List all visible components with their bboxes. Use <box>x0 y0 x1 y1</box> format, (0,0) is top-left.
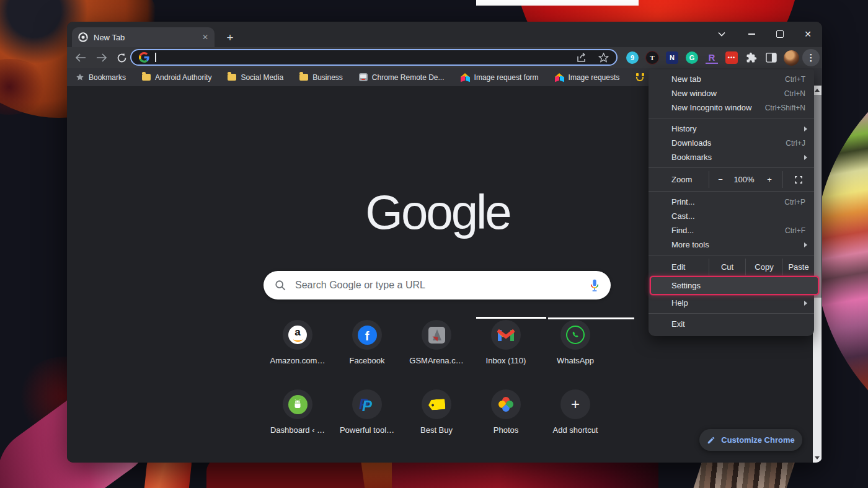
extensions-puzzle-icon[interactable] <box>742 47 761 68</box>
customize-chrome-button[interactable]: Customize Chrome <box>699 429 802 451</box>
extension-9[interactable]: 9 <box>622 47 642 68</box>
submenu-arrow-icon <box>804 301 807 306</box>
top-white-bar <box>476 0 639 6</box>
plus-icon: + <box>571 396 580 413</box>
browser-window: New Tab ✕ + ✕ <box>67 22 822 463</box>
maximize-button[interactable] <box>766 22 794 47</box>
shortcut-paypal[interactable]: PP Powerful tool… <box>332 389 402 435</box>
extension-lastpass[interactable]: ••• <box>722 47 742 68</box>
cut-button[interactable]: Cut <box>709 262 745 272</box>
zoom-label: Zoom <box>649 175 709 184</box>
folder-icon <box>228 74 236 81</box>
gmail-icon <box>497 328 515 342</box>
extension-t[interactable]: T <box>642 47 662 68</box>
minimize-button[interactable] <box>738 22 765 47</box>
side-panel-icon[interactable] <box>761 47 781 68</box>
tab-title: New Tab <box>94 33 202 42</box>
search-bar[interactable] <box>264 271 611 299</box>
shortcut-facebook[interactable]: f Facebook <box>332 320 402 365</box>
shortcut-add[interactable]: + Add shortcut <box>541 389 610 435</box>
wallpaper-iridescent-disc <box>815 34 868 468</box>
zoom-in-button[interactable]: + <box>756 175 782 184</box>
tab-close-icon[interactable]: ✕ <box>202 33 208 42</box>
paypal-icon: PP <box>359 396 375 413</box>
profile-avatar[interactable] <box>781 47 801 68</box>
new-tab-button[interactable]: + <box>222 30 238 46</box>
menu-item-new-tab[interactable]: New tabCtrl+T <box>649 72 814 86</box>
shortcut-bestbuy[interactable]: Best Buy <box>402 389 471 435</box>
menu-item-new-incognito-window[interactable]: New Incognito windowCtrl+Shift+N <box>649 100 814 115</box>
scrollbar[interactable] <box>813 86 822 463</box>
close-button[interactable]: ✕ <box>794 22 822 47</box>
avatar <box>784 50 799 66</box>
star-icon <box>76 73 84 81</box>
menu-item-bookmarks[interactable]: Bookmarks <box>649 150 814 164</box>
menu-edit-row: Edit Cut Copy Paste <box>649 259 814 275</box>
menu-separator <box>649 167 814 168</box>
three-dot-menu-icon: ⋮ <box>802 49 820 66</box>
menu-item-help[interactable]: Help <box>649 296 814 310</box>
shortcut-amazon[interactable]: a Amazon.com… <box>263 320 332 365</box>
shortcut-photos[interactable]: Photos <box>471 389 541 435</box>
airtable-icon <box>461 73 470 81</box>
shortcut-inbox[interactable]: Inbox (110) <box>471 320 541 365</box>
menu-item-find[interactable]: Find...Ctrl+F <box>649 223 814 237</box>
share-icon[interactable] <box>577 53 587 63</box>
drag-indicator-line <box>548 317 634 319</box>
remote-desktop-icon <box>359 73 368 81</box>
browser-menu-button[interactable]: ⋮ <box>801 47 821 68</box>
whatsapp-icon <box>566 326 585 344</box>
search-icon <box>275 280 286 291</box>
folder-icon <box>142 74 151 81</box>
back-button[interactable] <box>71 47 91 68</box>
bookmark-folder-android-authority[interactable]: Android Authority <box>142 73 211 82</box>
menu-separator <box>649 191 814 192</box>
scroll-up-arrow[interactable] <box>813 86 822 95</box>
voice-search-icon[interactable] <box>590 278 600 292</box>
menu-zoom-row: Zoom − 100% + <box>649 171 814 188</box>
menu-item-exit[interactable]: Exit <box>649 317 814 331</box>
forward-button[interactable] <box>92 47 112 68</box>
reload-button[interactable] <box>112 47 131 68</box>
bookmark-star-icon[interactable] <box>598 53 609 63</box>
fullscreen-button[interactable] <box>783 176 814 184</box>
tab-search-chevron-icon[interactable] <box>709 22 734 47</box>
facebook-icon: f <box>358 326 377 345</box>
desktop: New Tab ✕ + ✕ <box>0 0 868 488</box>
scroll-down-arrow[interactable] <box>813 453 822 463</box>
tab-new-tab[interactable]: New Tab ✕ <box>72 27 215 47</box>
nicehash-icon <box>636 73 645 81</box>
scrollbar-thumb[interactable] <box>813 298 822 455</box>
bookmark-image-request-form[interactable]: Image request form <box>461 73 539 82</box>
gsmarena-icon <box>428 327 445 344</box>
menu-item-print[interactable]: Print...Ctrl+P <box>649 195 814 209</box>
shortcut-gsmarena[interactable]: GSMArena.c… <box>402 320 471 365</box>
menu-item-downloads[interactable]: DownloadsCtrl+J <box>649 136 814 150</box>
menu-item-new-window[interactable]: New windowCtrl+N <box>649 86 814 100</box>
submenu-arrow-icon <box>804 242 807 247</box>
menu-item-history[interactable]: History <box>649 122 814 136</box>
bookmark-chrome-remote[interactable]: Chrome Remote De... <box>359 73 445 82</box>
bookmark-folder-social-media[interactable]: Social Media <box>228 73 283 82</box>
google-photos-icon <box>498 397 513 412</box>
airtable-icon <box>555 73 564 81</box>
menu-item-more-tools[interactable]: More tools <box>649 237 814 252</box>
bookmark-folder-business[interactable]: Business <box>299 73 343 82</box>
address-bar[interactable] <box>130 49 618 66</box>
bookmark-image-requests[interactable]: Image requests <box>555 73 620 82</box>
menu-separator <box>649 313 814 314</box>
extension-grammarly[interactable]: G <box>682 47 702 68</box>
menu-item-settings[interactable]: Settings <box>649 277 814 295</box>
extension-n[interactable]: N <box>662 47 682 68</box>
copy-button[interactable]: Copy <box>746 262 782 272</box>
search-input[interactable] <box>294 279 590 291</box>
minimize-icon <box>748 33 755 35</box>
zoom-out-button[interactable]: − <box>709 175 732 184</box>
paste-button[interactable]: Paste <box>783 262 814 272</box>
shortcut-whatsapp[interactable]: WhatsApp <box>541 320 610 365</box>
menu-item-cast[interactable]: Cast... <box>649 209 814 223</box>
shortcut-dashboard[interactable]: Dashboard ‹ … <box>263 389 332 435</box>
android-icon <box>288 395 308 414</box>
bookmark-item-bookmarks[interactable]: Bookmarks <box>76 73 126 82</box>
extension-r[interactable]: R <box>702 47 722 68</box>
